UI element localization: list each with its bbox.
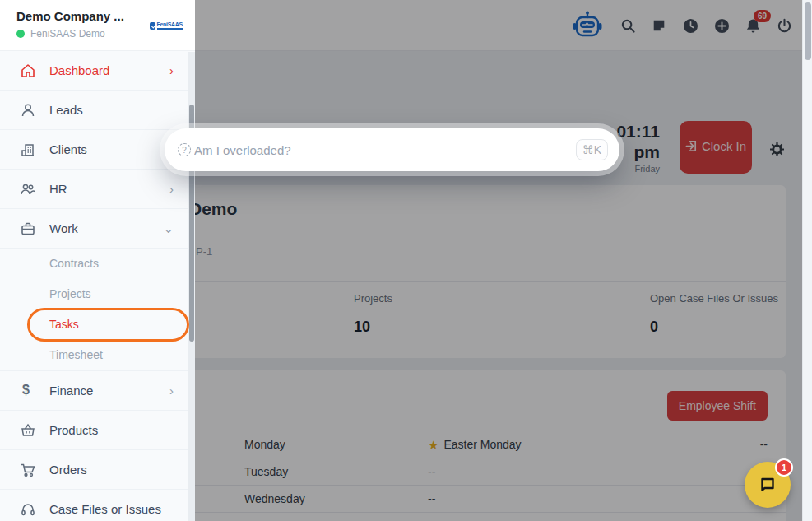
sidebar-item-label: Finance (49, 384, 93, 398)
scrollbar-thumb[interactable] (805, 2, 811, 60)
sidebar-item-case-files[interactable]: Case Files or Issues (0, 490, 195, 521)
sidebar-item-label: Case Files or Issues (49, 502, 161, 516)
submenu-item-label: Timesheet (49, 348, 103, 361)
sidebar-scrollbar[interactable] (188, 52, 195, 521)
keyboard-shortcut-badge: ⌘K (576, 139, 608, 161)
chat-widget-button[interactable]: 1 (745, 462, 791, 508)
sidebar-item-label: Clients (49, 142, 87, 156)
sidebar-item-label: Leads (49, 103, 83, 117)
home-icon (20, 63, 36, 79)
submenu-item-label: Projects (49, 287, 91, 300)
sidebar-item-work[interactable]: Work ⌄ (0, 209, 195, 249)
submenu-item-label: Contracts (49, 257, 99, 270)
workspace-name: FeniSAAS Demo (30, 28, 105, 40)
building-icon (20, 142, 36, 158)
briefcase-icon (20, 221, 36, 237)
basket-icon (20, 422, 36, 439)
cart-icon (20, 462, 36, 478)
sidebar-item-contracts[interactable]: Contracts (0, 249, 195, 279)
company-name: Demo Company ... (16, 9, 124, 23)
chevron-right-icon: › (169, 384, 174, 398)
page-scrollbar[interactable] (802, 0, 812, 521)
chat-unread-badge: 1 (775, 458, 793, 477)
fenisaas-logo: FeniSAAS (150, 21, 183, 30)
question-circle-icon: ? (178, 143, 191, 156)
chevron-down-icon: ⌄ (163, 221, 174, 236)
sidebar-item-dashboard[interactable]: Dashboard › (0, 51, 195, 91)
modal-backdrop (195, 0, 802, 521)
chevron-right-icon: › (169, 63, 174, 77)
sidebar-item-label: Dashboard (49, 63, 109, 77)
company-switcher[interactable]: Demo Company ... FeniSAAS Demo FeniSAAS (0, 0, 195, 51)
sidebar: Demo Company ... FeniSAAS Demo FeniSAAS … (0, 0, 195, 521)
sidebar-item-label: Products (49, 423, 98, 437)
sidebar-item-hr[interactable]: HR › (0, 170, 195, 209)
sidebar-item-timesheet[interactable]: Timesheet (0, 340, 195, 370)
command-search-bar[interactable]: ? ⌘K (165, 128, 619, 171)
sidebar-item-label: HR (49, 182, 67, 196)
logo-text: FeniSAAS (157, 21, 183, 30)
people-icon (20, 181, 36, 198)
sidebar-item-products[interactable]: Products (0, 411, 195, 450)
sidebar-item-leads[interactable]: Leads (0, 91, 195, 130)
sidebar-item-projects[interactable]: Projects (0, 279, 195, 309)
logo-mark-icon (150, 22, 155, 30)
chevron-right-icon: › (169, 182, 174, 196)
online-status-dot (16, 30, 25, 38)
tasks-highlight-ring (27, 308, 189, 342)
chat-bubble-icon (758, 475, 777, 495)
person-icon (20, 102, 36, 119)
headset-icon (20, 501, 36, 518)
sidebar-item-label: Orders (49, 463, 87, 477)
workspace-status: FeniSAAS Demo (16, 28, 105, 40)
sidebar-item-finance[interactable]: $ Finance › (0, 371, 195, 411)
dollar-icon: $ (22, 383, 30, 398)
sidebar-item-orders[interactable]: Orders (0, 450, 195, 490)
sidebar-item-label: Work (49, 221, 78, 235)
search-input[interactable] (194, 143, 576, 157)
